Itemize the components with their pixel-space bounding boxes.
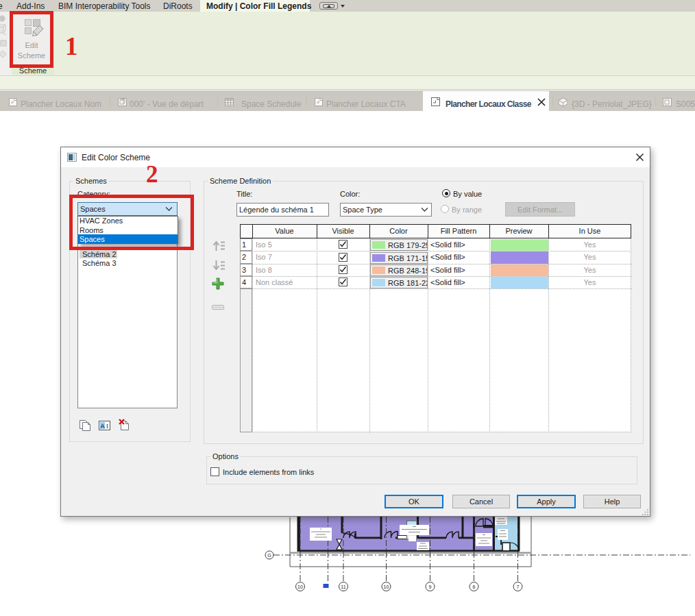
svg-text:G: G [267,553,271,558]
svg-text:A: A [100,423,105,430]
svg-text:9: 9 [429,584,432,589]
svg-text:11: 11 [341,584,345,589]
svg-text:10: 10 [384,584,389,589]
svg-text:10: 10 [297,584,303,589]
svg-text:I: I [106,423,108,430]
svg-text:6: 6 [473,584,476,589]
svg-text:7: 7 [517,584,520,589]
